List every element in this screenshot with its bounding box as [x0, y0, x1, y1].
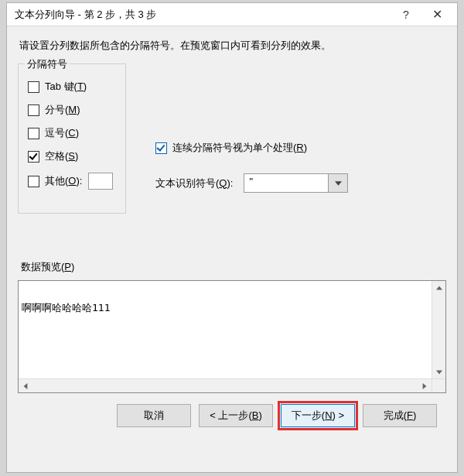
right-options: 连续分隔符号视为单个处理(R) 文本识别符号(Q): "	[155, 141, 348, 193]
scroll-left-icon[interactable]	[19, 379, 32, 392]
consecutive-label: 连续分隔符号视为单个处理(R)	[172, 141, 307, 155]
help-button[interactable]: ?	[391, 4, 421, 26]
options-area: 分隔符号 Tab 键(T) 分号(M) 逗号(C) 空格(S)	[18, 63, 446, 241]
delimiter-other-row[interactable]: 其他(O):	[28, 173, 116, 190]
consecutive-row[interactable]: 连续分隔符号视为单个处理(R)	[155, 141, 348, 155]
delimiter-tab-row[interactable]: Tab 键(T)	[28, 80, 116, 94]
scrollbar-horizontal[interactable]	[19, 378, 432, 392]
button-bar: 取消 < 上一步(B) 下一步(N) > 完成(F)	[18, 393, 446, 438]
delimiter-semicolon-row[interactable]: 分号(M)	[28, 103, 116, 117]
text-qualifier-value[interactable]: "	[244, 173, 329, 193]
dialog-body: 请设置分列数据所包含的分隔符号。在预览窗口内可看到分列的效果。 分隔符号 Tab…	[7, 26, 457, 472]
help-icon: ?	[403, 9, 409, 21]
delimiter-tab-checkbox[interactable]	[28, 81, 39, 93]
scroll-up-icon[interactable]	[432, 281, 446, 294]
cancel-button[interactable]: 取消	[117, 404, 191, 427]
next-button[interactable]: 下一步(N) >	[281, 404, 355, 427]
delimiter-semicolon-label: 分号(M)	[45, 103, 80, 117]
scrollbar-corner	[432, 378, 445, 392]
delimiter-tab-label: Tab 键(T)	[45, 80, 87, 94]
text-qualifier-label: 文本识别符号(Q):	[155, 176, 233, 190]
close-button[interactable]: ✕	[421, 4, 452, 26]
delimiter-comma-row[interactable]: 逗号(C)	[28, 126, 116, 140]
preview-row: 啊啊啊哈哈哈哈111	[22, 301, 442, 315]
delimiter-comma-checkbox[interactable]	[28, 128, 39, 139]
delimiters-legend: 分隔符号	[25, 57, 70, 71]
delimiters-group: 分隔符号 Tab 键(T) 分号(M) 逗号(C) 空格(S)	[18, 63, 126, 214]
preview-content: 啊啊啊哈哈哈哈111	[19, 281, 445, 378]
scrollbar-vertical[interactable]	[432, 281, 445, 378]
close-icon: ✕	[432, 7, 442, 22]
delimiter-space-row[interactable]: 空格(S)	[28, 149, 116, 163]
window-title: 文本分列向导 - 第 2 步，共 3 步	[15, 8, 391, 22]
scroll-right-icon[interactable]	[418, 379, 432, 392]
consecutive-checkbox[interactable]	[155, 142, 167, 154]
delimiter-other-checkbox[interactable]	[28, 176, 39, 187]
finish-button[interactable]: 完成(F)	[363, 404, 437, 427]
delimiter-comma-label: 逗号(C)	[45, 126, 79, 140]
delimiter-space-label: 空格(S)	[45, 149, 78, 163]
titlebar: 文本分列向导 - 第 2 步，共 3 步 ? ✕	[7, 3, 457, 26]
chevron-down-icon[interactable]	[329, 173, 348, 193]
delimiter-semicolon-checkbox[interactable]	[28, 104, 39, 116]
text-qualifier-select[interactable]: "	[244, 173, 348, 193]
preview-box: 啊啊啊哈哈哈哈111	[18, 280, 446, 393]
scroll-down-icon[interactable]	[432, 365, 446, 378]
wizard-dialog: 文本分列向导 - 第 2 步，共 3 步 ? ✕ 请设置分列数据所包含的分隔符号…	[6, 2, 458, 473]
instruction-text: 请设置分列数据所包含的分隔符号。在预览窗口内可看到分列的效果。	[19, 39, 445, 53]
back-button[interactable]: < 上一步(B)	[199, 404, 273, 427]
text-qualifier-row: 文本识别符号(Q): "	[155, 173, 348, 193]
delimiter-other-input[interactable]	[88, 173, 113, 190]
delimiter-other-label: 其他(O):	[45, 174, 82, 188]
delimiter-space-checkbox[interactable]	[28, 151, 39, 163]
preview-label: 数据预览(P)	[21, 260, 445, 274]
